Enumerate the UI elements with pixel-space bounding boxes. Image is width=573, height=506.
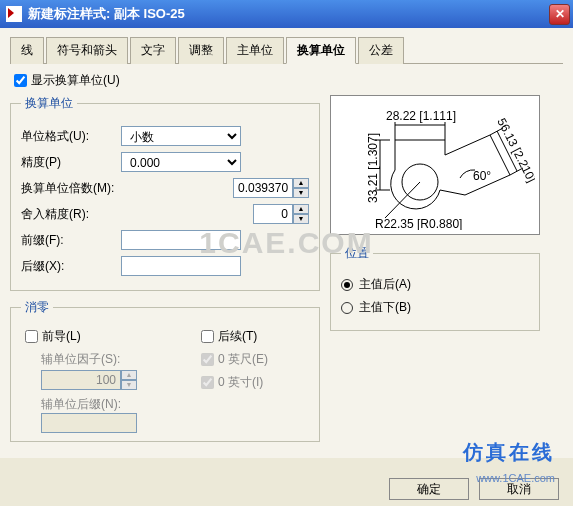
sf-down: ▼ xyxy=(121,380,137,390)
position-legend: 位置 xyxy=(341,245,373,262)
show-alt-checkbox[interactable] xyxy=(14,74,27,87)
mult-up[interactable]: ▲ xyxy=(293,178,309,188)
tab-lines[interactable]: 线 xyxy=(10,37,44,64)
format-select[interactable]: 小数 xyxy=(121,126,241,146)
mult-label: 换算单位倍数(M): xyxy=(21,180,121,197)
mult-down[interactable]: ▼ xyxy=(293,188,309,198)
tab-bar: 线 符号和箭头 文字 调整 主单位 换算单位 公差 xyxy=(10,36,563,64)
subsuffix-label: 辅单位后缀(N): xyxy=(41,396,137,413)
trailing-label: 后续(T) xyxy=(218,328,257,345)
after-label: 主值后(A) xyxy=(359,276,411,293)
suffix-label: 后缀(X): xyxy=(21,258,121,275)
after-radio[interactable] xyxy=(341,279,353,291)
tab-alternate[interactable]: 换算单位 xyxy=(286,37,356,64)
feet-label: 0 英尺(E) xyxy=(218,351,268,368)
mult-input[interactable] xyxy=(233,178,293,198)
subsuffix-input xyxy=(41,413,137,433)
tab-symbols[interactable]: 符号和箭头 xyxy=(46,37,128,64)
ok-button[interactable]: 确定 xyxy=(389,478,469,500)
round-label: 舍入精度(R): xyxy=(21,206,121,223)
trailing-checkbox[interactable] xyxy=(201,330,214,343)
window-title: 新建标注样式: 副本 ISO-25 xyxy=(28,5,549,23)
position-group: 位置 主值后(A) 主值下(B) xyxy=(330,245,540,331)
suppress-legend: 消零 xyxy=(21,299,53,316)
precision-label: 精度(P) xyxy=(21,154,121,171)
tab-text[interactable]: 文字 xyxy=(130,37,176,64)
below-radio-row[interactable]: 主值下(B) xyxy=(341,299,529,316)
below-label: 主值下(B) xyxy=(359,299,411,316)
tab-fit[interactable]: 调整 xyxy=(178,37,224,64)
dim-radius: R22.35 [R0.880] xyxy=(375,217,462,230)
preview-pane: 28.22 [1.111] 33.21 [1.307] 56.13 [2.210… xyxy=(330,95,540,235)
below-radio[interactable] xyxy=(341,302,353,314)
suppress-group: 消零 前导(L) 辅单位因子(S): ▲▼ 辅单位后缀(N): xyxy=(10,299,320,442)
round-down[interactable]: ▼ xyxy=(293,214,309,224)
tab-tolerance[interactable]: 公差 xyxy=(358,37,404,64)
sf-up: ▲ xyxy=(121,370,137,380)
tab-primary[interactable]: 主单位 xyxy=(226,37,284,64)
subfactor-input xyxy=(41,370,121,390)
close-button[interactable]: ✕ xyxy=(549,4,570,25)
format-label: 单位格式(U): xyxy=(21,128,121,145)
precision-select[interactable]: 0.000 xyxy=(121,152,241,172)
show-alt-label: 显示换算单位(U) xyxy=(31,72,120,89)
app-icon xyxy=(6,6,22,22)
round-up[interactable]: ▲ xyxy=(293,204,309,214)
after-radio-row[interactable]: 主值后(A) xyxy=(341,276,529,293)
watermark-text: 仿真在线 xyxy=(463,439,555,466)
inches-label: 0 英寸(I) xyxy=(218,374,263,391)
dim-left: 33.21 [1.307] xyxy=(366,133,380,203)
dim-angle: 60° xyxy=(473,169,491,183)
prefix-input[interactable] xyxy=(121,230,241,250)
dim-top: 28.22 [1.111] xyxy=(386,109,456,123)
prefix-label: 前缀(F): xyxy=(21,232,121,249)
altunits-legend: 换算单位 xyxy=(21,95,77,112)
leading-label: 前导(L) xyxy=(42,328,81,345)
suffix-input[interactable] xyxy=(121,256,241,276)
leading-checkbox[interactable] xyxy=(25,330,38,343)
altunits-group: 换算单位 单位格式(U): 小数 精度(P) 0.000 换算单位倍数(M): … xyxy=(10,95,320,291)
round-input[interactable] xyxy=(253,204,293,224)
dim-right: 56.13 [2.210] xyxy=(494,116,535,185)
watermark-url: www.1CAE.com xyxy=(476,472,555,484)
subfactor-label: 辅单位因子(S): xyxy=(41,351,137,368)
inches-checkbox xyxy=(201,376,214,389)
feet-checkbox xyxy=(201,353,214,366)
